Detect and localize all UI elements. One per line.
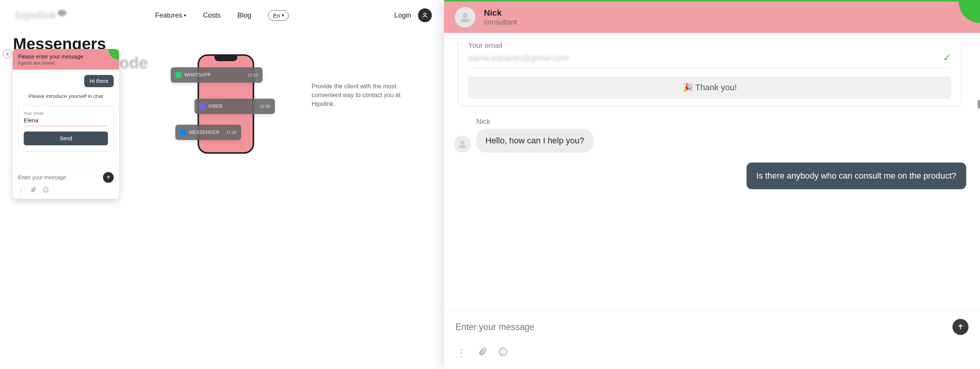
close-icon[interactable]: ✕: [3, 50, 11, 58]
chevron-down-icon: ▾: [184, 13, 186, 18]
thank-you-email-label: Your email: [468, 41, 951, 50]
language-switch[interactable]: En ▾: [268, 10, 289, 21]
thank-you-email-value: elena.eduardo@gmail.com: [468, 53, 569, 63]
chat-panel-large: Nick consultant Your email elena.eduardo…: [444, 0, 980, 369]
notification-name: VIBER: [208, 104, 223, 109]
user-icon: [421, 12, 428, 19]
nav-costs-label: Costs: [203, 11, 220, 20]
email-field-label: Your email: [24, 111, 108, 115]
notification-time: 12:00: [260, 104, 270, 109]
nav-features[interactable]: Features ▾: [155, 11, 186, 20]
nav-right: Login: [394, 8, 432, 22]
check-icon: ✓: [943, 52, 951, 64]
language-value: En: [273, 12, 280, 19]
chat-input[interactable]: [18, 174, 103, 180]
notification-time: 12:53: [247, 73, 258, 77]
chat-widget-small: Please enter your message Agents are onl…: [13, 49, 119, 199]
arrow-up-icon: [106, 175, 111, 180]
whatsapp-icon: [175, 72, 181, 78]
email-form-card: Your email Elena Send: [18, 105, 114, 152]
phone-notch: [214, 56, 237, 61]
notification-time: 11:35: [226, 130, 237, 135]
notification-name: MESSENGER: [189, 130, 219, 135]
svg-point-6: [499, 348, 507, 356]
nav-costs[interactable]: Costs: [203, 11, 220, 20]
arrow-up-icon: [957, 323, 964, 331]
thank-you-banner: 🎉 Thank you!: [468, 76, 951, 99]
chat-input-row: [13, 168, 119, 184]
user-icon: [458, 140, 467, 149]
message-avatar: [454, 136, 471, 153]
top-nav: hipolink Features ▾ Costs Blog En ▾ Logi…: [0, 0, 444, 31]
emoji-icon[interactable]: [42, 187, 49, 194]
chat-large-input-area: [444, 309, 980, 339]
email-field[interactable]: Elena: [24, 115, 108, 126]
svg-point-1: [43, 187, 48, 192]
nav-center: Features ▾ Costs Blog En ▾: [155, 10, 289, 21]
send-button[interactable]: Send: [24, 132, 108, 145]
svg-point-4: [463, 13, 468, 18]
chat-widget-header: Please enter your message Agents are onl…: [13, 49, 119, 70]
nav-blog[interactable]: Blog: [237, 11, 251, 20]
leaf-decoration: [959, 2, 980, 23]
profile-button[interactable]: [418, 8, 432, 22]
chevron-down-icon: ▾: [282, 13, 284, 18]
more-icon[interactable]: ⋮: [456, 347, 466, 359]
messenger-icon: [180, 129, 186, 135]
agent-role: consultant: [484, 18, 517, 26]
svg-point-5: [461, 141, 464, 145]
viber-icon: [199, 103, 205, 109]
notification-whatsapp: WHATSAPP 12:53: [171, 67, 263, 83]
chat-body: Hi there Please introduce yourself in ch…: [13, 70, 119, 168]
chat-prompt-text: Please introduce yourself in chat: [18, 93, 114, 99]
agent-avatar: [455, 7, 475, 28]
svg-point-7: [502, 351, 502, 351]
svg-point-2: [45, 189, 45, 189]
thank-you-card: Your email elena.eduardo@gmail.com ✓ 🎉 T…: [458, 33, 962, 106]
agent-name: Nick: [484, 8, 517, 18]
more-icon[interactable]: ⋮: [18, 187, 24, 194]
send-icon-button[interactable]: [952, 319, 969, 335]
emoji-icon[interactable]: [498, 347, 508, 359]
user-icon: [459, 11, 471, 23]
chat-bubble-user: Hi there: [84, 75, 114, 87]
chat-large-input[interactable]: [456, 322, 952, 332]
send-icon-button[interactable]: [103, 172, 114, 183]
chat-toolbar: ⋮: [13, 184, 119, 199]
message-sender-name: Nick: [476, 117, 969, 126]
nav-blog-label: Blog: [237, 11, 251, 20]
logo[interactable]: hipolink: [15, 9, 65, 21]
login-label: Login: [394, 11, 411, 20]
login-link[interactable]: Login: [394, 11, 411, 20]
party-icon: 🎉: [683, 83, 693, 92]
chat-large-body: Your email elena.eduardo@gmail.com ✓ 🎉 T…: [444, 33, 980, 309]
attachment-icon[interactable]: [478, 347, 487, 359]
svg-point-3: [46, 189, 47, 189]
chat-large-toolbar: ⋮: [444, 339, 980, 369]
thank-you-text: Thank you!: [695, 83, 737, 92]
attachment-icon[interactable]: [30, 187, 36, 194]
hero-description: Provide the client with the most conveni…: [312, 82, 419, 109]
notification-name: WHATSAPP: [185, 72, 211, 78]
message-bubble-user: Is there anybody who can consult me on t…: [746, 163, 966, 189]
message-row-agent: Hello, how can I help you?: [454, 129, 969, 153]
svg-point-8: [504, 351, 505, 351]
chat-header-title: Please enter your message: [18, 54, 114, 60]
chat-header-subtitle: Agents are online!: [18, 60, 114, 66]
chat-large-header: Nick consultant: [444, 2, 980, 33]
notification-viber: VIBER 12:00: [194, 99, 275, 114]
scroll-edge-handle[interactable]: [978, 100, 980, 109]
message-row-user: Is there anybody who can consult me on t…: [454, 163, 966, 189]
notification-messenger: MESSENGER 11:35: [175, 125, 241, 140]
message-bubble-agent: Hello, how can I help you?: [476, 129, 593, 153]
svg-point-0: [424, 13, 426, 15]
nav-features-label: Features: [155, 11, 182, 20]
